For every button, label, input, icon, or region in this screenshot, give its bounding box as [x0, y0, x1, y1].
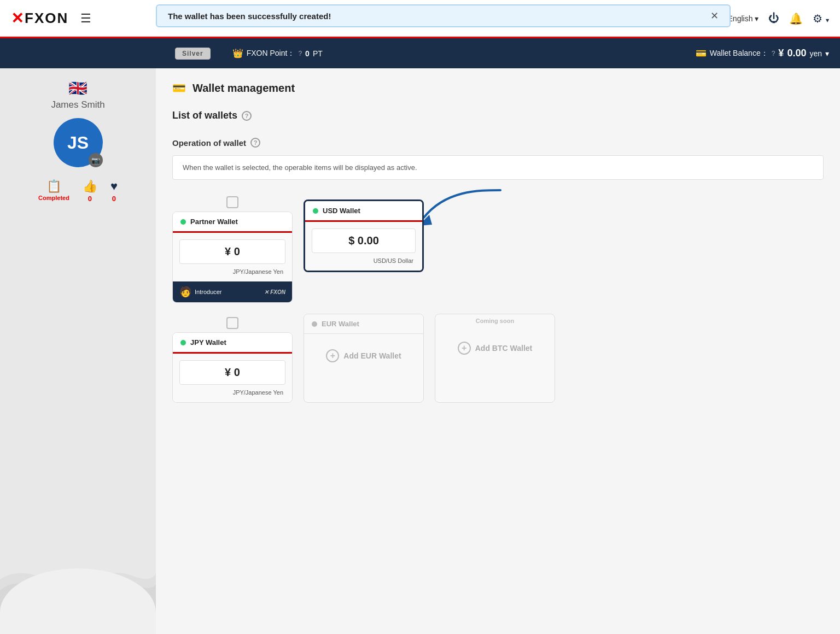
jpy-checkbox[interactable]	[226, 317, 238, 329]
wallet-card-jpy[interactable]: JPY Wallet ¥ 0 JPY/Japanese Yen	[172, 314, 293, 403]
sidebar: 🇬🇧 James Smith JS 📷 📋 Completed 👍 0 ♥ 0	[0, 68, 156, 634]
language-label: English	[728, 14, 753, 23]
wallet-balance-item: 💳 Wallet Balance： ? ¥ 0.00 yen ▾	[696, 48, 829, 59]
wallet-card-partner[interactable]: Partner Wallet ¥ 0 JPY/Japanese Yen 🧑 In…	[172, 193, 293, 303]
wallets-row-2: JPY Wallet ¥ 0 JPY/Japanese Yen E	[172, 314, 824, 403]
second-bar: Silver 👑 FXON Point： ? 0 PT 💳 Wallet Bal…	[0, 38, 840, 68]
operation-title: Operation of wallet	[172, 138, 246, 148]
like-icon: 👍	[83, 179, 97, 193]
list-wallets-help[interactable]: ?	[242, 111, 252, 121]
wallet-card-icon: 💳	[696, 48, 707, 58]
fxon-point-label: FXON Point：	[247, 49, 295, 58]
usd-wallet-name: USD Wallet	[323, 207, 360, 215]
heart-icon: ♥	[110, 179, 118, 193]
wallets-row-1: Partner Wallet ¥ 0 JPY/Japanese Yen 🧑 In…	[172, 193, 824, 303]
rank-badge: Silver	[175, 48, 211, 60]
operation-title-row: Operation of wallet ?	[172, 138, 824, 148]
user-flag: 🇬🇧	[68, 79, 88, 97]
hamburger-button[interactable]: ☰	[76, 9, 96, 28]
fxon-point-help[interactable]: ?	[298, 50, 302, 57]
usd-wallet-body: $ 0.00 USD/US Dollar	[305, 222, 422, 271]
close-banner-button[interactable]: ✕	[710, 11, 719, 21]
eur-status-dot	[312, 321, 317, 327]
usd-checkbox-row	[304, 193, 424, 199]
success-banner: The wallet has been successfully created…	[156, 4, 731, 27]
balance-caret[interactable]: ▾	[825, 49, 829, 58]
main-layout: 🇬🇧 James Smith JS 📷 📋 Completed 👍 0 ♥ 0	[0, 68, 840, 634]
notifications-button[interactable]: 🔔	[789, 12, 803, 25]
usd-wallet-header: USD Wallet	[305, 201, 422, 222]
eur-add-icon: +	[326, 349, 339, 362]
jpy-wallet-amount: ¥ 0	[179, 360, 285, 385]
usd-wallet-currency: USD/US Dollar	[312, 257, 416, 264]
coming-soon-label: Coming soon	[435, 314, 555, 326]
wallet-balance-help[interactable]: ?	[772, 50, 775, 57]
partner-checkbox[interactable]	[226, 196, 238, 208]
operation-info-box: When the wallet is selected, the operabl…	[172, 155, 824, 180]
wallet-card-usd-wrapper[interactable]: USD Wallet $ 0.00 USD/US Dollar	[304, 193, 424, 303]
logo-area: ✕ FXON ☰	[11, 9, 167, 28]
partner-wallet-amount: ¥ 0	[179, 239, 285, 264]
list-of-wallets-section: List of wallets ?	[172, 110, 824, 121]
eur-add-body[interactable]: + Add EUR Wallet	[304, 334, 423, 378]
avatar-initials: JS	[67, 133, 89, 153]
partner-wallet-currency: JPY/Japanese Yen	[179, 268, 285, 275]
btc-add-body: + Add BTC Wallet	[435, 326, 555, 370]
btc-add-icon: +	[458, 342, 471, 355]
partner-wallet-card[interactable]: Partner Wallet ¥ 0 JPY/Japanese Yen 🧑 In…	[172, 212, 293, 303]
completed-icon: 📋	[46, 179, 61, 193]
settings-button[interactable]: ⚙ ▾	[813, 12, 829, 25]
top-navbar: ✕ FXON ☰ The wallet has been successfull…	[0, 0, 840, 38]
logo: ✕ FXON	[11, 9, 68, 27]
page-header: 💳 Wallet management	[172, 81, 824, 95]
usd-wallet-card[interactable]: USD Wallet $ 0.00 USD/US Dollar	[304, 199, 424, 272]
language-caret: ▾	[755, 14, 759, 23]
like-value: 0	[88, 195, 92, 203]
partner-wallet-footer: 🧑 Introducer ✕ FXON	[173, 281, 292, 302]
operation-section: Operation of wallet ? When the wallet is…	[172, 138, 824, 403]
partner-wallet-header: Partner Wallet	[173, 212, 292, 233]
success-message: The wallet has been successfully created…	[168, 11, 331, 21]
wallets-container: Partner Wallet ¥ 0 JPY/Japanese Yen 🧑 In…	[172, 193, 824, 403]
main-content: 💳 Wallet management List of wallets ? Op…	[156, 68, 840, 634]
partner-wallet-name: Partner Wallet	[190, 218, 238, 226]
fxon-pt-label: PT	[313, 49, 323, 58]
partner-footer-left: 🧑 Introducer	[179, 286, 222, 298]
introducer-label: Introducer	[195, 289, 222, 295]
stat-completed: 📋 Completed	[38, 179, 69, 203]
avatar: JS 📷	[54, 118, 103, 167]
crown-icon: 👑	[232, 48, 243, 58]
page-title: Wallet management	[192, 82, 295, 95]
partner-wallet-body: ¥ 0 JPY/Japanese Yen	[173, 233, 292, 281]
partner-status-dot	[180, 219, 186, 225]
eur-wallet-card[interactable]: EUR Wallet + Add EUR Wallet	[304, 314, 424, 403]
operation-help[interactable]: ?	[250, 138, 260, 148]
eur-add-label: Add EUR Wallet	[343, 351, 401, 360]
user-stats: 📋 Completed 👍 0 ♥ 0	[38, 179, 118, 203]
heart-value: 0	[112, 195, 116, 203]
introducer-icon: 🧑	[179, 286, 191, 298]
jpy-wallet-name: JPY Wallet	[190, 338, 226, 347]
partner-footer-logo: ✕ FXON	[264, 289, 285, 295]
balance-value: 0.00	[787, 48, 806, 59]
partner-checkbox-row	[172, 193, 293, 212]
jpy-wallet-card[interactable]: JPY Wallet ¥ 0 JPY/Japanese Yen	[172, 332, 293, 403]
camera-icon[interactable]: 📷	[89, 153, 103, 167]
wallet-balance-label: Wallet Balance：	[710, 49, 768, 58]
usd-status-dot	[313, 208, 318, 214]
power-button[interactable]: ⏻	[768, 12, 779, 25]
jpy-wallet-header: JPY Wallet	[173, 333, 292, 354]
jpy-status-dot	[180, 340, 186, 345]
operation-info-text: When the wallet is selected, the operabl…	[183, 163, 417, 172]
completed-label: Completed	[38, 195, 69, 201]
eur-wallet-name: EUR Wallet	[322, 320, 359, 328]
page-header-icon: 💳	[172, 81, 186, 95]
usd-wallet-amount: $ 0.00	[312, 228, 416, 253]
balance-yen: ¥	[778, 48, 784, 59]
sidebar-wave-decoration	[0, 547, 156, 634]
stat-likes: 👍 0	[83, 179, 97, 203]
language-selector[interactable]: English ▾	[728, 14, 759, 23]
fxon-point-value: 0	[305, 49, 310, 58]
btc-wallet-card: Coming soon + Add BTC Wallet	[435, 314, 555, 403]
fxon-point-item: 👑 FXON Point： ? 0 PT	[232, 48, 323, 58]
